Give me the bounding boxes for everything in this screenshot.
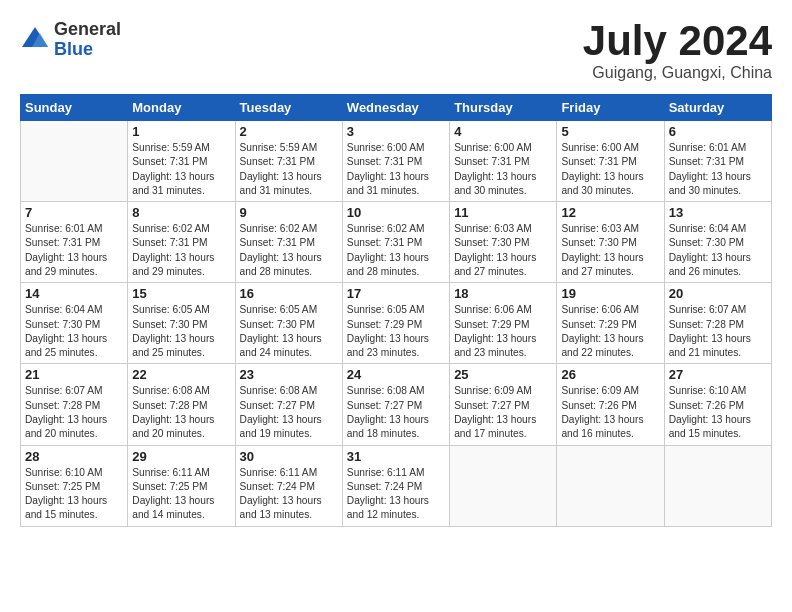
calendar-body: 1Sunrise: 5:59 AM Sunset: 7:31 PM Daylig… (21, 121, 772, 527)
day-number: 28 (25, 449, 123, 464)
day-info: Sunrise: 5:59 AM Sunset: 7:31 PM Dayligh… (132, 141, 230, 198)
day-info: Sunrise: 6:06 AM Sunset: 7:29 PM Dayligh… (561, 303, 659, 360)
day-number: 18 (454, 286, 552, 301)
day-info: Sunrise: 6:11 AM Sunset: 7:25 PM Dayligh… (132, 466, 230, 523)
day-info: Sunrise: 6:00 AM Sunset: 7:31 PM Dayligh… (347, 141, 445, 198)
week-row-1: 1Sunrise: 5:59 AM Sunset: 7:31 PM Daylig… (21, 121, 772, 202)
day-number: 29 (132, 449, 230, 464)
calendar-cell: 10Sunrise: 6:02 AM Sunset: 7:31 PM Dayli… (342, 202, 449, 283)
day-info: Sunrise: 6:06 AM Sunset: 7:29 PM Dayligh… (454, 303, 552, 360)
day-info: Sunrise: 6:09 AM Sunset: 7:27 PM Dayligh… (454, 384, 552, 441)
day-number: 6 (669, 124, 767, 139)
calendar-cell: 23Sunrise: 6:08 AM Sunset: 7:27 PM Dayli… (235, 364, 342, 445)
week-row-2: 7Sunrise: 6:01 AM Sunset: 7:31 PM Daylig… (21, 202, 772, 283)
main-title: July 2024 (583, 20, 772, 62)
col-thursday: Thursday (450, 95, 557, 121)
day-info: Sunrise: 6:00 AM Sunset: 7:31 PM Dayligh… (561, 141, 659, 198)
day-info: Sunrise: 6:05 AM Sunset: 7:29 PM Dayligh… (347, 303, 445, 360)
calendar-cell: 5Sunrise: 6:00 AM Sunset: 7:31 PM Daylig… (557, 121, 664, 202)
day-info: Sunrise: 6:00 AM Sunset: 7:31 PM Dayligh… (454, 141, 552, 198)
calendar-cell (21, 121, 128, 202)
day-info: Sunrise: 6:05 AM Sunset: 7:30 PM Dayligh… (132, 303, 230, 360)
logo-icon (20, 25, 50, 55)
calendar-cell: 30Sunrise: 6:11 AM Sunset: 7:24 PM Dayli… (235, 445, 342, 526)
day-info: Sunrise: 6:03 AM Sunset: 7:30 PM Dayligh… (561, 222, 659, 279)
day-info: Sunrise: 6:01 AM Sunset: 7:31 PM Dayligh… (25, 222, 123, 279)
day-number: 3 (347, 124, 445, 139)
day-number: 17 (347, 286, 445, 301)
calendar-cell: 4Sunrise: 6:00 AM Sunset: 7:31 PM Daylig… (450, 121, 557, 202)
calendar-cell: 29Sunrise: 6:11 AM Sunset: 7:25 PM Dayli… (128, 445, 235, 526)
calendar-cell: 26Sunrise: 6:09 AM Sunset: 7:26 PM Dayli… (557, 364, 664, 445)
calendar-cell: 15Sunrise: 6:05 AM Sunset: 7:30 PM Dayli… (128, 283, 235, 364)
calendar-cell: 18Sunrise: 6:06 AM Sunset: 7:29 PM Dayli… (450, 283, 557, 364)
day-number: 31 (347, 449, 445, 464)
day-number: 14 (25, 286, 123, 301)
calendar-cell: 7Sunrise: 6:01 AM Sunset: 7:31 PM Daylig… (21, 202, 128, 283)
week-row-3: 14Sunrise: 6:04 AM Sunset: 7:30 PM Dayli… (21, 283, 772, 364)
day-info: Sunrise: 6:02 AM Sunset: 7:31 PM Dayligh… (132, 222, 230, 279)
logo-blue: Blue (54, 40, 121, 60)
day-info: Sunrise: 6:10 AM Sunset: 7:25 PM Dayligh… (25, 466, 123, 523)
calendar-cell: 1Sunrise: 5:59 AM Sunset: 7:31 PM Daylig… (128, 121, 235, 202)
day-number: 4 (454, 124, 552, 139)
day-number: 5 (561, 124, 659, 139)
day-info: Sunrise: 6:02 AM Sunset: 7:31 PM Dayligh… (240, 222, 338, 279)
day-number: 11 (454, 205, 552, 220)
week-row-5: 28Sunrise: 6:10 AM Sunset: 7:25 PM Dayli… (21, 445, 772, 526)
day-number: 2 (240, 124, 338, 139)
col-friday: Friday (557, 95, 664, 121)
col-wednesday: Wednesday (342, 95, 449, 121)
day-number: 16 (240, 286, 338, 301)
day-number: 26 (561, 367, 659, 382)
header: General Blue July 2024 Guigang, Guangxi,… (20, 20, 772, 82)
day-number: 9 (240, 205, 338, 220)
calendar-cell: 3Sunrise: 6:00 AM Sunset: 7:31 PM Daylig… (342, 121, 449, 202)
day-info: Sunrise: 6:09 AM Sunset: 7:26 PM Dayligh… (561, 384, 659, 441)
logo: General Blue (20, 20, 121, 60)
calendar: Sunday Monday Tuesday Wednesday Thursday… (20, 94, 772, 527)
day-number: 19 (561, 286, 659, 301)
day-info: Sunrise: 6:07 AM Sunset: 7:28 PM Dayligh… (25, 384, 123, 441)
day-number: 7 (25, 205, 123, 220)
calendar-cell: 20Sunrise: 6:07 AM Sunset: 7:28 PM Dayli… (664, 283, 771, 364)
day-info: Sunrise: 6:02 AM Sunset: 7:31 PM Dayligh… (347, 222, 445, 279)
day-info: Sunrise: 6:04 AM Sunset: 7:30 PM Dayligh… (669, 222, 767, 279)
day-number: 24 (347, 367, 445, 382)
calendar-cell: 22Sunrise: 6:08 AM Sunset: 7:28 PM Dayli… (128, 364, 235, 445)
calendar-cell: 14Sunrise: 6:04 AM Sunset: 7:30 PM Dayli… (21, 283, 128, 364)
col-saturday: Saturday (664, 95, 771, 121)
day-info: Sunrise: 6:07 AM Sunset: 7:28 PM Dayligh… (669, 303, 767, 360)
calendar-cell: 31Sunrise: 6:11 AM Sunset: 7:24 PM Dayli… (342, 445, 449, 526)
subtitle: Guigang, Guangxi, China (583, 64, 772, 82)
calendar-cell (664, 445, 771, 526)
calendar-cell (450, 445, 557, 526)
day-number: 22 (132, 367, 230, 382)
calendar-cell: 21Sunrise: 6:07 AM Sunset: 7:28 PM Dayli… (21, 364, 128, 445)
calendar-cell: 11Sunrise: 6:03 AM Sunset: 7:30 PM Dayli… (450, 202, 557, 283)
calendar-cell: 13Sunrise: 6:04 AM Sunset: 7:30 PM Dayli… (664, 202, 771, 283)
day-info: Sunrise: 6:11 AM Sunset: 7:24 PM Dayligh… (347, 466, 445, 523)
col-sunday: Sunday (21, 95, 128, 121)
day-info: Sunrise: 6:08 AM Sunset: 7:27 PM Dayligh… (347, 384, 445, 441)
day-number: 1 (132, 124, 230, 139)
calendar-cell: 27Sunrise: 6:10 AM Sunset: 7:26 PM Dayli… (664, 364, 771, 445)
col-monday: Monday (128, 95, 235, 121)
calendar-cell (557, 445, 664, 526)
calendar-cell: 6Sunrise: 6:01 AM Sunset: 7:31 PM Daylig… (664, 121, 771, 202)
calendar-cell: 25Sunrise: 6:09 AM Sunset: 7:27 PM Dayli… (450, 364, 557, 445)
day-info: Sunrise: 6:05 AM Sunset: 7:30 PM Dayligh… (240, 303, 338, 360)
calendar-cell: 24Sunrise: 6:08 AM Sunset: 7:27 PM Dayli… (342, 364, 449, 445)
day-info: Sunrise: 5:59 AM Sunset: 7:31 PM Dayligh… (240, 141, 338, 198)
col-tuesday: Tuesday (235, 95, 342, 121)
day-number: 20 (669, 286, 767, 301)
calendar-cell: 12Sunrise: 6:03 AM Sunset: 7:30 PM Dayli… (557, 202, 664, 283)
calendar-cell: 19Sunrise: 6:06 AM Sunset: 7:29 PM Dayli… (557, 283, 664, 364)
page: General Blue July 2024 Guigang, Guangxi,… (0, 0, 792, 537)
day-number: 15 (132, 286, 230, 301)
calendar-cell: 28Sunrise: 6:10 AM Sunset: 7:25 PM Dayli… (21, 445, 128, 526)
calendar-cell: 17Sunrise: 6:05 AM Sunset: 7:29 PM Dayli… (342, 283, 449, 364)
day-number: 23 (240, 367, 338, 382)
day-info: Sunrise: 6:01 AM Sunset: 7:31 PM Dayligh… (669, 141, 767, 198)
day-number: 21 (25, 367, 123, 382)
